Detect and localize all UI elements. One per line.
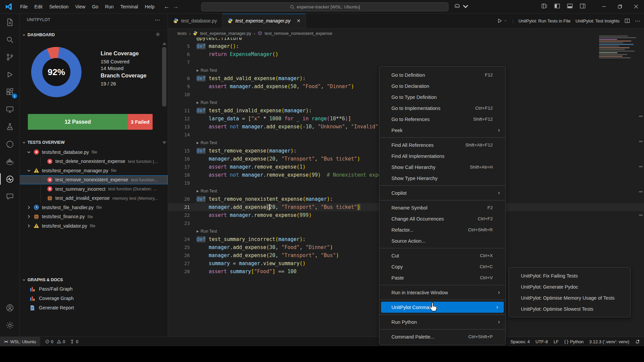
breadcrumb-item-test-expense-manager-py[interactable]: test_expense_manager.py — [200, 31, 251, 36]
activity-extensions-icon[interactable]: 1 — [0, 83, 19, 101]
menu-item-peek[interactable]: Peek — [379, 125, 505, 136]
status-3-12-3-venv-venv[interactable]: 3.12.3 ('.venv': venv) — [589, 339, 629, 344]
restore-button[interactable] — [612, 0, 628, 13]
problems-indicator[interactable]: 0 0 — [45, 339, 65, 344]
menu-item-source-action[interactable]: Source Action... — [379, 235, 505, 246]
status-bell-icon[interactable] — [635, 339, 640, 344]
menu-item-go-to-implementations[interactable]: Go to ImplementationsCtrl+F12 — [379, 103, 505, 114]
menu-item-find-all-references[interactable]: Find All ReferencesShift+Alt+F12 — [379, 139, 505, 150]
copilot-button[interactable] — [453, 3, 469, 10]
activity-remote-explorer-icon[interactable] — [0, 101, 19, 118]
close-icon[interactable]: ✕ — [297, 18, 301, 23]
breadcrumb-item-tests[interactable]: tests — [177, 31, 186, 36]
action-unitpylot-test-insights[interactable]: UnitPylot: Test Insights — [576, 18, 620, 23]
menu-item-go-to-definition[interactable]: Go to DefinitionF12 — [379, 69, 505, 80]
menu-item-copilot[interactable]: Copilot — [379, 187, 505, 198]
menu-item-run-python[interactable]: Run Python — [379, 316, 505, 327]
status-python[interactable]: { }Python — [565, 339, 584, 344]
menu-item-refactor[interactable]: Refactor...Ctrl+Shift+R — [379, 224, 505, 235]
status-lf[interactable]: LF — [553, 339, 558, 344]
menu-item-go-to-references[interactable]: Go to ReferencesShift+F12 — [379, 114, 505, 125]
toggle-secondary-sidebar-icon[interactable] — [580, 3, 586, 9]
menu-file[interactable]: File — [17, 3, 31, 11]
menu-item-change-all-occurrences[interactable]: Change All OccurrencesCtrl+F2 — [379, 213, 505, 224]
menu-item-command-palette[interactable]: Command Palette...Ctrl+Shift+P — [379, 331, 505, 342]
toggle-primary-sidebar-icon[interactable] — [554, 3, 560, 9]
test-tree-item-tests-test-file-handler-py[interactable]: tests/test_file_handler.pyfile — [19, 203, 168, 212]
menu-item-run-in-interactive-window[interactable]: Run in Interactive Window — [379, 287, 505, 298]
test-tree-item-tests-test-finance-py[interactable]: tests/test_finance.pyfile — [19, 212, 168, 222]
menu-item-unitpylot-optimise-memory-usage-of-tests[interactable]: UnitPylot: Optimise Memory Usage of Test… — [509, 292, 630, 303]
more-actions-icon[interactable]: ⋯ — [635, 18, 641, 24]
back-arrow-icon[interactable]: ← — [164, 3, 169, 10]
status-utf-8[interactable]: UTF-8 — [536, 339, 548, 344]
activity-comments-icon[interactable] — [0, 188, 19, 205]
scrollbar-thumb[interactable] — [162, 47, 166, 107]
menu-item-paste[interactable]: PasteCtrl+V — [379, 272, 505, 283]
minimap[interactable] — [599, 36, 639, 62]
action-unitpylot-run-tests-in-file[interactable]: UnitPylot: Run Tests in File — [519, 18, 571, 23]
chevron-down-icon[interactable] — [504, 18, 507, 23]
menu-item-unitpylot-fix-failing-tests[interactable]: UnitPylot: Fix Failing Tests — [509, 270, 630, 281]
close-button[interactable] — [628, 0, 644, 13]
graphs-item-generate-report[interactable]: Generate Report — [19, 303, 168, 312]
command-center-search[interactable]: expense-tracker [WSL: Ubuntu] — [201, 2, 448, 11]
code-line-7[interactable]: 7 — [168, 58, 644, 66]
graphs-item-pass-fail-graph[interactable]: Pass/Fail Graph — [19, 284, 168, 294]
code-line-6[interactable]: 6 return ExpenseManager() — [168, 50, 644, 58]
test-tree-item-test-delete-nonexistent-expense[interactable]: test_delete_nonexistent_expensetest func… — [19, 157, 168, 166]
graphs-item-coverage-graph[interactable]: Coverage Graph — [19, 294, 168, 303]
menu-view[interactable]: View — [72, 3, 89, 11]
tab-test-database-py[interactable]: test_database.py — [168, 13, 222, 28]
test-tree-item-tests-test-validator-py[interactable]: tests/test_validator.pyfile — [19, 221, 168, 231]
menu-item-find-all-implementations[interactable]: Find All Implementations — [379, 150, 505, 162]
menu-item-show-call-hierarchy[interactable]: Show Call HierarchyShift+Alt+H — [379, 162, 505, 173]
remote-indicator[interactable]: >< WSL: Ubuntu — [0, 337, 40, 346]
menu-go[interactable]: Go — [89, 3, 102, 11]
menu-item-unitpylot-commands[interactable]: UnitPylot Commands — [381, 302, 504, 313]
menu-help[interactable]: Help — [142, 3, 158, 11]
test-tree-item-test-remove-nonexistent-expense[interactable]: test_remove_nonexistent_expensetest func… — [19, 175, 168, 185]
split-editor-icon[interactable] — [625, 18, 630, 23]
code-line-5[interactable]: 5def manager(): — [168, 42, 644, 50]
activity-container-icon[interactable] — [0, 153, 19, 170]
menu-item-go-to-type-definition[interactable]: Go to Type Definition — [379, 92, 505, 103]
menu-item-cut[interactable]: CutCtrl+X — [379, 250, 505, 261]
test-tree-item-test-add-invalid-expense[interactable]: test_add_invalid_expensememory test (Mem… — [19, 194, 168, 203]
code-line[interactable]: @pytest.fixture — [168, 38, 644, 42]
more-actions-icon[interactable]: ⋯ — [155, 17, 160, 23]
status-spaces-4[interactable]: Spaces: 4 — [511, 339, 530, 344]
menu-selection[interactable]: Selection — [46, 3, 72, 11]
activity-account-icon[interactable] — [0, 299, 19, 316]
run-tests-button[interactable] — [497, 18, 502, 23]
tests-overview-section-header[interactable]: TESTS OVERVIEW — [19, 138, 168, 147]
activity-test-beaker-icon[interactable] — [0, 118, 19, 135]
graphs-docs-section-header[interactable]: GRAPHS & DOCS — [19, 276, 168, 284]
breadcrumb-item-test-remove-nonexistent-expense[interactable]: test_remove_nonexistent_expense — [265, 31, 332, 36]
menu-item-copy[interactable]: CopyCtrl+C — [379, 261, 505, 272]
minimize-button[interactable] — [596, 0, 612, 13]
activity-run-debug-icon[interactable] — [0, 66, 19, 83]
test-tree-item-tests-test-expense-manager-py[interactable]: tests/test_expense_manager.pyfile — [19, 166, 168, 175]
activity-github-icon[interactable] — [0, 135, 19, 153]
scrollbar-up-arrow[interactable] — [162, 42, 166, 45]
menu-item-unitpylot-optimise-slowest-tests[interactable]: UnitPylot: Optimise Slowest Tests — [509, 303, 630, 314]
menu-item-go-to-declaration[interactable]: Go to Declaration — [379, 80, 505, 92]
activity-source-control-icon[interactable] — [0, 48, 19, 66]
menu-item-show-type-hierarchy[interactable]: Show Type Hierarchy — [379, 173, 505, 184]
dashboard-section-header[interactable]: DASHBOARD — [19, 30, 168, 39]
activity-settings-gear-icon[interactable] — [0, 316, 19, 334]
menu-run[interactable]: Run — [102, 3, 117, 11]
activity-search-icon[interactable] — [0, 31, 19, 48]
settings-gear-icon[interactable] — [155, 32, 168, 38]
test-tree-item-tests-test-database-py[interactable]: tests/test_database.pyfile — [19, 147, 168, 157]
activity-unitpylot-icon[interactable] — [0, 170, 19, 188]
menu-terminal[interactable]: Terminal — [117, 3, 142, 11]
toggle-panel-icon[interactable] — [567, 3, 573, 9]
ports-indicator[interactable]: 0 — [70, 339, 78, 344]
activity-explorer-icon[interactable] — [0, 13, 19, 31]
menu-edit[interactable]: Edit — [31, 3, 46, 11]
menu-item-rename-symbol[interactable]: Rename SymbolF2 — [379, 202, 505, 213]
forward-arrow-icon[interactable]: → — [173, 3, 178, 10]
test-tree-item-test-summary-incorrect[interactable]: test_summary_incorrecttest function (Dur… — [19, 184, 168, 194]
